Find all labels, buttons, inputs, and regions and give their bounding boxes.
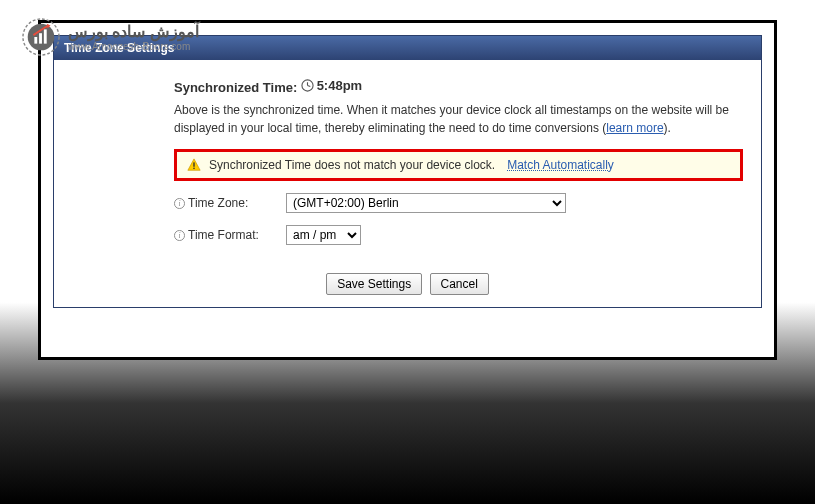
window-frame: Time Zone Settings Synchronized Time: 5:… bbox=[38, 20, 777, 360]
sync-time-row: Synchronized Time: 5:48pm bbox=[174, 78, 743, 95]
settings-panel: Time Zone Settings Synchronized Time: 5:… bbox=[53, 35, 762, 308]
svg-rect-10 bbox=[193, 162, 194, 166]
timezone-select[interactable]: (GMT+02:00) Berlin bbox=[286, 193, 566, 213]
svg-rect-2 bbox=[34, 37, 37, 44]
timeformat-select[interactable]: am / pm bbox=[286, 225, 361, 245]
svg-rect-4 bbox=[44, 29, 47, 43]
info-icon: i bbox=[174, 198, 185, 209]
description-text: Above is the synchronized time. When it … bbox=[174, 101, 743, 137]
cancel-button[interactable]: Cancel bbox=[430, 273, 489, 295]
svg-rect-11 bbox=[193, 168, 194, 169]
info-icon: i bbox=[174, 230, 185, 241]
sync-time-value: 5:48pm bbox=[317, 78, 363, 93]
site-logo: آموزش ساده بورس www.Amoozesh-Boors.com bbox=[22, 18, 199, 56]
timeformat-label: Time Format: bbox=[188, 228, 259, 242]
svg-rect-3 bbox=[39, 33, 42, 43]
save-button[interactable]: Save Settings bbox=[326, 273, 422, 295]
timezone-label: Time Zone: bbox=[188, 196, 248, 210]
logo-title: آموزش ساده بورس bbox=[68, 22, 199, 41]
clock-icon bbox=[301, 79, 314, 92]
warning-icon bbox=[187, 158, 201, 172]
warning-callout: Synchronized Time does not match your de… bbox=[174, 149, 743, 181]
logo-url: www.Amoozesh-Boors.com bbox=[68, 41, 199, 52]
sync-time-label: Synchronized Time: bbox=[174, 80, 297, 95]
timeformat-row: i Time Format: am / pm bbox=[174, 225, 743, 245]
timezone-row: i Time Zone: (GMT+02:00) Berlin bbox=[174, 193, 743, 213]
learn-more-link[interactable]: learn more bbox=[606, 121, 663, 135]
warning-message: Synchronized Time does not match your de… bbox=[209, 158, 495, 172]
logo-chart-icon bbox=[22, 18, 60, 56]
svg-text:i: i bbox=[178, 199, 180, 208]
button-row: Save Settings Cancel bbox=[54, 263, 761, 307]
svg-line-8 bbox=[307, 86, 310, 87]
svg-text:i: i bbox=[178, 231, 180, 240]
match-automatically-link[interactable]: Match Automatically bbox=[507, 158, 614, 172]
